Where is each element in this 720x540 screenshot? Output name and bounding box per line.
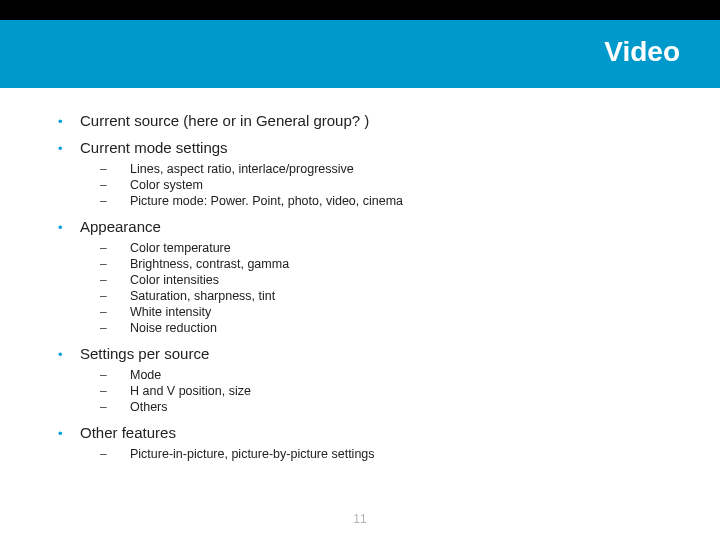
sub-item: –White intensity — [100, 305, 690, 319]
list-item: • Settings per source –Mode –H and V pos… — [58, 345, 690, 414]
sub-item: –Others — [100, 400, 690, 414]
bullet-icon: • — [58, 142, 66, 155]
dash-icon: – — [100, 178, 110, 192]
sub-list: –Mode –H and V position, size –Others — [100, 368, 690, 414]
list-item: • Current source (here or in General gro… — [58, 112, 690, 129]
sub-text: White intensity — [130, 305, 211, 319]
slide-content: • Current source (here or in General gro… — [0, 88, 720, 461]
item-text: Other features — [80, 424, 176, 441]
dash-icon: – — [100, 305, 110, 319]
sub-text: Saturation, sharpness, tint — [130, 289, 275, 303]
sub-text: Others — [130, 400, 168, 414]
page-number: 11 — [0, 512, 720, 526]
sub-list: –Lines, aspect ratio, interlace/progress… — [100, 162, 690, 208]
list-item: • Other features –Picture-in-picture, pi… — [58, 424, 690, 461]
sub-item: –Color system — [100, 178, 690, 192]
sub-text: Lines, aspect ratio, interlace/progressi… — [130, 162, 354, 176]
sub-item: –Color temperature — [100, 241, 690, 255]
dash-icon: – — [100, 400, 110, 414]
bullet-list: • Current source (here or in General gro… — [58, 112, 690, 461]
item-text: Appearance — [80, 218, 161, 235]
dash-icon: – — [100, 162, 110, 176]
sub-item: –H and V position, size — [100, 384, 690, 398]
sub-item: –Color intensities — [100, 273, 690, 287]
sub-item: –Brightness, contrast, gamma — [100, 257, 690, 271]
bullet-icon: • — [58, 427, 66, 440]
sub-item: –Saturation, sharpness, tint — [100, 289, 690, 303]
slide-title: Video — [604, 36, 680, 68]
item-text: Current source (here or in General group… — [80, 112, 369, 129]
dash-icon: – — [100, 257, 110, 271]
sub-text: Picture-in-picture, picture-by-picture s… — [130, 447, 375, 461]
dash-icon: – — [100, 273, 110, 287]
dash-icon: – — [100, 241, 110, 255]
dash-icon: – — [100, 289, 110, 303]
dash-icon: – — [100, 384, 110, 398]
sub-text: Brightness, contrast, gamma — [130, 257, 289, 271]
list-item: • Appearance –Color temperature –Brightn… — [58, 218, 690, 335]
dash-icon: – — [100, 194, 110, 208]
dash-icon: – — [100, 447, 110, 461]
sub-text: Color temperature — [130, 241, 231, 255]
bullet-icon: • — [58, 348, 66, 361]
dash-icon: – — [100, 321, 110, 335]
dash-icon: – — [100, 368, 110, 382]
bullet-icon: • — [58, 115, 66, 128]
bullet-icon: • — [58, 221, 66, 234]
sub-item: –Noise reduction — [100, 321, 690, 335]
sub-text: Noise reduction — [130, 321, 217, 335]
sub-list: –Color temperature –Brightness, contrast… — [100, 241, 690, 335]
sub-list: –Picture-in-picture, picture-by-picture … — [100, 447, 690, 461]
sub-text: Color system — [130, 178, 203, 192]
sub-item: –Picture mode: Power. Point, photo, vide… — [100, 194, 690, 208]
header-band — [0, 0, 720, 20]
slide-header: Video — [0, 0, 720, 88]
sub-item: –Mode — [100, 368, 690, 382]
sub-text: Mode — [130, 368, 161, 382]
slide: Video • Current source (here or in Gener… — [0, 0, 720, 540]
sub-text: H and V position, size — [130, 384, 251, 398]
item-text: Settings per source — [80, 345, 209, 362]
sub-item: –Lines, aspect ratio, interlace/progress… — [100, 162, 690, 176]
sub-text: Color intensities — [130, 273, 219, 287]
item-text: Current mode settings — [80, 139, 228, 156]
list-item: • Current mode settings –Lines, aspect r… — [58, 139, 690, 208]
sub-item: –Picture-in-picture, picture-by-picture … — [100, 447, 690, 461]
sub-text: Picture mode: Power. Point, photo, video… — [130, 194, 403, 208]
